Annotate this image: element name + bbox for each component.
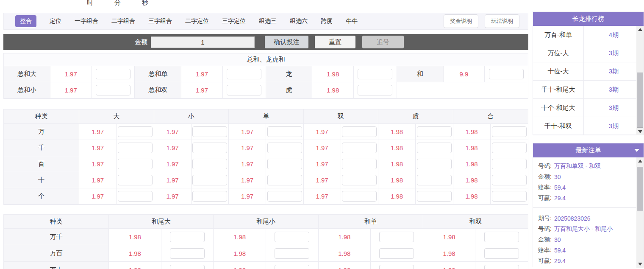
bet-amount-input[interactable] — [170, 232, 205, 242]
bet-amount-input[interactable] — [192, 191, 227, 202]
sum-section-title: 总和、龙虎和 — [3, 53, 528, 66]
bet-type-label: 十 — [4, 172, 79, 188]
bet-amount-input[interactable] — [192, 175, 227, 185]
bet-amount-input[interactable] — [118, 191, 153, 202]
odds-value: 1.98 — [214, 262, 266, 269]
scroll-down-icon[interactable] — [636, 128, 644, 135]
odds-value: 1.98 — [453, 140, 491, 156]
bet-amount-input[interactable] — [417, 175, 452, 185]
bet-amount-input[interactable] — [417, 143, 452, 153]
bet-amount-input[interactable] — [267, 175, 302, 185]
order-field-label: 金额: — [538, 173, 552, 181]
column-header: 和双 — [423, 215, 528, 229]
bet-amount-input[interactable] — [267, 126, 302, 137]
bet-amount-input[interactable] — [342, 159, 377, 169]
table-row: 总和大1.97总和单1.97龙1.98和9.9 — [4, 66, 528, 82]
scrollbar-thumb[interactable] — [637, 167, 643, 211]
column-header: 种类 — [4, 215, 109, 229]
bet-amount-input[interactable] — [492, 159, 527, 169]
bet-amount-input[interactable] — [342, 126, 377, 137]
tab-牛牛[interactable]: 牛牛 — [346, 17, 358, 25]
bet-amount-cell — [266, 172, 303, 188]
tab-二字组合[interactable]: 二字组合 — [111, 17, 135, 25]
bet-amount-input[interactable] — [267, 143, 302, 153]
column-header: 种类 — [4, 109, 79, 124]
bet-amount-input[interactable] — [275, 248, 309, 259]
bet-amount-input[interactable] — [342, 191, 377, 202]
bet-amount-cell — [341, 188, 378, 205]
bet-amount-input[interactable] — [379, 248, 414, 259]
table-row: 个1.971.971.971.971.981.98 — [4, 188, 528, 205]
bet-amount-input[interactable] — [118, 143, 153, 153]
bet-amount-cell — [354, 66, 397, 82]
bet-amount-input[interactable] — [227, 69, 261, 79]
scrollbar-thumb[interactable] — [637, 73, 643, 128]
tab-三字定位[interactable]: 三字定位 — [222, 17, 246, 25]
bet-amount-input[interactable] — [489, 69, 524, 79]
bet-amount-input[interactable] — [170, 248, 205, 259]
chase-number-button[interactable]: 追号 — [362, 36, 404, 48]
bet-amount-input[interactable] — [379, 265, 414, 269]
bet-amount-input[interactable] — [118, 126, 153, 137]
confirm-bet-button[interactable]: 确认投注 — [265, 36, 308, 48]
bet-amount-input[interactable] — [267, 191, 302, 202]
bet-amount-input[interactable] — [118, 159, 153, 169]
tab-三字组合[interactable]: 三字组合 — [148, 17, 172, 25]
collapse-caret-icon[interactable] — [634, 149, 639, 152]
bet-amount-input[interactable] — [492, 175, 527, 185]
odds-value: 1.97 — [154, 140, 192, 156]
bet-amount-input[interactable] — [96, 69, 130, 79]
bet-amount-input[interactable] — [492, 143, 527, 153]
bet-amount-input[interactable] — [192, 126, 227, 137]
bet-amount-input[interactable] — [170, 265, 205, 269]
bet-amount-input[interactable] — [492, 126, 527, 137]
bet-amount-input[interactable] — [358, 69, 392, 79]
odds-value: 1.97 — [229, 188, 266, 205]
bet-amount-input[interactable] — [267, 159, 302, 169]
bet-amount-input[interactable] — [484, 265, 519, 269]
play-rules-button[interactable]: 玩法说明 — [485, 14, 519, 28]
bet-amount-input[interactable] — [342, 143, 377, 153]
bet-amount-input[interactable] — [492, 191, 527, 202]
bet-amount-input[interactable] — [484, 232, 519, 242]
bet-amount-input[interactable] — [275, 232, 309, 242]
bet-amount-cell — [416, 172, 453, 188]
scroll-up-icon[interactable] — [636, 157, 644, 165]
bet-amount-input[interactable] — [227, 85, 261, 95]
orders-scrollbar[interactable] — [636, 157, 644, 268]
bet-amount-input[interactable] — [342, 175, 377, 185]
bet-amount-input[interactable] — [96, 85, 130, 95]
bet-amount-cell — [416, 140, 453, 156]
bet-amount-input[interactable] — [417, 126, 452, 137]
bet-amount-input[interactable] — [358, 85, 392, 95]
scroll-down-icon[interactable] — [636, 261, 644, 268]
tab-定位[interactable]: 定位 — [50, 17, 61, 25]
streak-scrollbar[interactable] — [636, 26, 644, 135]
tab-组选三[interactable]: 组选三 — [259, 17, 277, 25]
column-header: 合 — [453, 109, 528, 124]
tab-整合[interactable]: 整合 — [15, 15, 36, 27]
order-field-value: 30 — [554, 174, 561, 180]
scroll-up-icon[interactable] — [636, 26, 644, 33]
reset-button[interactable]: 重置 — [315, 36, 355, 48]
bet-amount-input[interactable] — [192, 143, 227, 153]
sum-table: 总和大1.97总和单1.97龙1.98和9.9总和小1.97总和双1.97虎1.… — [3, 66, 528, 99]
bet-amount-cell — [475, 262, 528, 269]
bet-amount-input[interactable] — [118, 175, 153, 185]
odds-value: 1.98 — [319, 245, 371, 262]
order-field-value: 59.4 — [554, 184, 566, 191]
bet-amount-input[interactable] — [484, 248, 519, 259]
bet-amount-input[interactable] — [417, 159, 452, 169]
bonus-info-button[interactable]: 奖金说明 — [444, 14, 478, 28]
bet-amount-input[interactable] — [417, 191, 452, 202]
order-field-label: 号码: — [538, 225, 552, 233]
tab-组选六[interactable]: 组选六 — [290, 17, 308, 25]
bet-amount-input[interactable] — [275, 265, 309, 269]
bet-amount-input[interactable] — [192, 159, 227, 169]
amount-input[interactable] — [151, 36, 255, 48]
bet-amount-input[interactable] — [379, 232, 414, 242]
tab-一字组合[interactable]: 一字组合 — [75, 17, 98, 25]
tab-跨度[interactable]: 跨度 — [321, 17, 333, 25]
tab-二字定位[interactable]: 二字定位 — [185, 17, 209, 25]
order-line: 金额:30 — [538, 234, 636, 245]
